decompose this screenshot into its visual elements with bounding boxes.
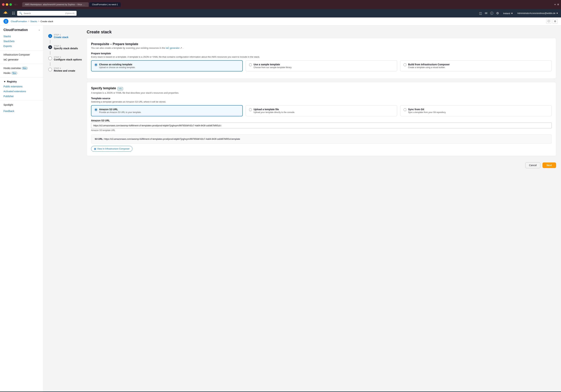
sidebar-feedback[interactable]: Feedback: [0, 109, 43, 114]
info-circle-icon[interactable]: ⓘ: [546, 19, 551, 24]
breadcrumb-stacks[interactable]: Stacks: [30, 20, 37, 23]
browser-chrome: ‹ › AWS Marketplace: attachmentAV powere…: [0, 0, 561, 9]
browser-menu-icon[interactable]: ≡: [557, 3, 559, 6]
specify-template-title: Specify template: [91, 86, 116, 90]
option-sample-template[interactable]: Use a sample template Choose from our sa…: [246, 60, 397, 72]
option-upload-label: Upload a template file: [254, 108, 295, 111]
sidebar-item-stacksets[interactable]: StackSets: [0, 39, 43, 44]
option-composer-template[interactable]: Build from Infrastructure Composer Creat…: [400, 60, 552, 72]
main-layout: CloudFormation ‹ Stacks StackSets Export…: [0, 25, 561, 392]
specify-template-subtitle: A template is a JSON or YAML file that d…: [91, 92, 552, 94]
sidebar-item-publisher[interactable]: Publisher: [0, 94, 43, 99]
breadcrumb-icons: ⓘ ⚙: [546, 19, 558, 24]
step-1-info: Step 1 Create stack: [54, 34, 68, 39]
radio-git[interactable]: [404, 108, 406, 111]
sidebar-divider-1: [0, 50, 43, 51]
sidebar-item-infra-composer[interactable]: Infrastructure Composer: [0, 52, 43, 57]
sidebar-registry-header[interactable]: ▼ Registry: [0, 79, 43, 84]
bell-icon[interactable]: ✉: [485, 11, 487, 15]
radio-composer[interactable]: [404, 64, 406, 66]
step-4-label: Step 4: [54, 67, 75, 69]
settings-circle-icon[interactable]: ⚙: [553, 19, 558, 24]
sidebar-title: CloudFormation ‹: [0, 28, 43, 34]
search-box[interactable]: 🔍 [Option+S]: [17, 11, 76, 16]
region-selector[interactable]: Ireland ▼: [502, 11, 515, 15]
iac-generator-link[interactable]: IaC generator: [166, 47, 180, 49]
registry-arrow-icon: ▼: [3, 80, 6, 83]
option-existing-template[interactable]: Choose an existing template Upload or ch…: [91, 60, 243, 72]
search-shortcut: [Option+S]: [65, 12, 75, 14]
step-3-title: Configure stack options: [54, 58, 82, 61]
forward-icon[interactable]: ›: [16, 3, 17, 6]
option-composer-desc: Create a template using a visual builder…: [408, 66, 450, 69]
back-icon[interactable]: ‹: [15, 3, 16, 6]
option-git[interactable]: Sync from Git Sync a template from your …: [400, 105, 552, 116]
view-in-composer-button[interactable]: ▦ View in Infrastructure Composer: [91, 146, 132, 152]
option-git-label: Sync from Git: [408, 108, 446, 111]
specify-template-info-link[interactable]: Info: [118, 87, 123, 90]
search-input[interactable]: [24, 12, 64, 15]
radio-upload[interactable]: [249, 108, 252, 111]
sidebar-item-exports[interactable]: Exports: [0, 44, 43, 49]
sidebar-item-spotlight[interactable]: Spotlight: [0, 102, 43, 107]
option-upload[interactable]: Upload a template file Upload your templ…: [246, 105, 397, 116]
step-4-title: Review and create: [54, 69, 75, 72]
browser-tab-marketplace[interactable]: AWS Marketplace: attachmentAV powered by…: [22, 2, 89, 7]
close-button[interactable]: [2, 3, 5, 6]
cancel-button[interactable]: Cancel: [525, 162, 540, 168]
option-s3url-desc: Provide an Amazon S3 URL to your templat…: [99, 111, 141, 114]
composer-icon: ▦: [94, 148, 96, 150]
radio-s3url[interactable]: [95, 108, 97, 111]
breadcrumb: ☰ CloudFormation > Stacks > Create stack: [3, 19, 53, 24]
aws-top-nav: aws ☷ 🔍 [Option+S] ◫ ✉ ⓘ ⚙ Ireland ▼ Adm…: [0, 9, 561, 18]
sidebar-collapse-icon[interactable]: ‹: [39, 29, 40, 32]
sidebar-item-activated-ext[interactable]: Activated extensions: [0, 89, 43, 94]
specify-template-card: Specify template Info A template is a JS…: [87, 82, 556, 156]
sidebar-item-public-ext[interactable]: Public extensions: [0, 84, 43, 89]
radio-existing[interactable]: [95, 64, 97, 66]
sidebar-item-iac-generator[interactable]: IaC generator: [0, 57, 43, 62]
action-bar: Cancel Next: [87, 159, 556, 169]
sidebar-item-stacks[interactable]: Stacks: [0, 34, 43, 39]
svg-text:aws: aws: [4, 12, 7, 14]
step-1: ● Step 1 Create stack: [48, 32, 87, 40]
user-menu[interactable]: AdministratorAccess/andreas@widdix.de ▼: [517, 12, 558, 14]
prepare-template-options: Choose an existing template Upload or ch…: [91, 60, 552, 72]
sidebar-item-hooks-overview[interactable]: Hooks overview New: [0, 66, 43, 71]
prepare-template-label: Prepare template: [91, 52, 552, 55]
new-tab-icon[interactable]: +: [554, 3, 556, 6]
settings-icon[interactable]: ⚙: [496, 11, 499, 15]
s3-url-prefix: S3 URL:: [95, 138, 104, 140]
breadcrumb-current: Create stack: [41, 20, 53, 23]
nav-menu-icon[interactable]: ☰: [3, 19, 8, 24]
sidebar-divider-2: [0, 64, 43, 64]
breadcrumb-sep-2: >: [38, 20, 40, 22]
sidebar-item-hooks[interactable]: Hooks New: [0, 71, 43, 75]
browser-tab-cloudformation[interactable]: CloudFormation | eu-west-1: [89, 2, 121, 7]
terminal-icon[interactable]: ◫: [479, 11, 482, 15]
step-4: Step 4 Review and create: [48, 66, 87, 74]
content-inner: ● Step 1 Create stack ● Step 2 Specify s…: [48, 30, 556, 169]
breadcrumb-cloudformation[interactable]: CloudFormation: [11, 20, 27, 23]
step-connector-3: [50, 62, 50, 66]
next-button[interactable]: Next: [542, 162, 556, 168]
help-icon[interactable]: ⓘ: [490, 11, 493, 15]
step-2-label: Step 2: [54, 45, 78, 47]
option-s3url[interactable]: Amazon S3 URL Provide an Amazon S3 URL t…: [91, 105, 243, 116]
step-2-title: Specify stack details: [54, 47, 78, 50]
minimize-button[interactable]: [6, 3, 8, 6]
step-3-circle: [48, 56, 52, 60]
sidebar: CloudFormation ‹ Stacks StackSets Export…: [0, 25, 43, 392]
prerequisite-subtitle: You can also create a template by scanni…: [91, 47, 552, 49]
step-1-title: Create stack: [54, 36, 68, 39]
option-s3url-label: Amazon S3 URL: [99, 108, 141, 111]
nav-icons: ◫ ✉ ⓘ ⚙ Ireland ▼ AdministratorAccess/an…: [479, 11, 558, 15]
browser-tabs: AWS Marketplace: attachmentAV powered by…: [22, 2, 553, 7]
radio-sample[interactable]: [249, 64, 252, 66]
s3-url-input[interactable]: [91, 123, 552, 128]
step-3-info: Step 3 Configure stack options: [54, 56, 82, 61]
maximize-button[interactable]: [10, 3, 12, 6]
s3-url-label: Amazon S3 URL: [91, 119, 552, 122]
browser-controls: + ≡: [554, 3, 559, 6]
apps-icon[interactable]: ☷: [12, 11, 15, 15]
